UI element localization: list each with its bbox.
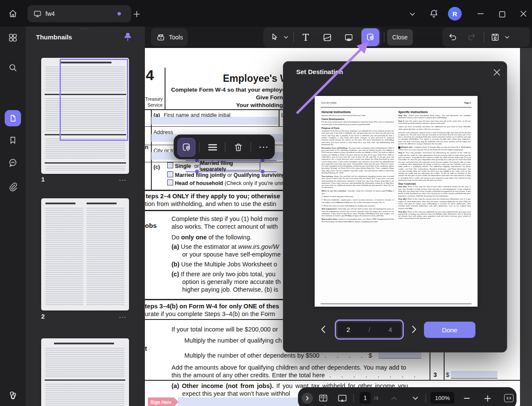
- dialog-title: Set Destination: [296, 68, 343, 75]
- body-text: this the amount of any other credits. En…: [171, 372, 415, 379]
- sidebar-item-apps[interactable]: [8, 33, 18, 43]
- thumbnail-page-1[interactable]: [41, 58, 129, 174]
- minimize-button[interactable]: [475, 9, 486, 18]
- sidebar-item-attachments[interactable]: [8, 182, 18, 192]
- note-text: tion from withholding, and when to use t…: [145, 200, 276, 207]
- window-menu-button[interactable]: [407, 9, 418, 19]
- body-text: (c) If there are only two jobs total, yo…: [171, 271, 276, 278]
- dialog-close-button[interactable]: [492, 67, 502, 78]
- mini-delete-button[interactable]: [230, 139, 247, 156]
- redo-icon: [466, 33, 476, 42]
- checkbox-single[interactable]: [167, 162, 173, 168]
- sidebar-item-search[interactable]: [8, 63, 18, 73]
- treasury-text: e Treasury: [145, 96, 163, 102]
- done-button[interactable]: Done: [424, 322, 475, 338]
- body-text: Add the amounts above for qualifying chi…: [171, 364, 406, 371]
- destination-page-input[interactable]: 2 / 4: [335, 319, 404, 340]
- chevron-down-icon: [505, 35, 510, 39]
- chevron-left-icon: [320, 325, 326, 334]
- presentation-mode-button[interactable]: [336, 392, 348, 404]
- bookmark-icon: [8, 135, 18, 145]
- divider: [145, 126, 293, 127]
- signature-field[interactable]: [178, 397, 299, 406]
- preview-paragraph: !Multiple jobs. Complete Steps 3 through…: [398, 146, 471, 151]
- zoom-level-input[interactable]: 100%: [430, 392, 454, 404]
- zoom-in-button[interactable]: [483, 394, 492, 403]
- mini-more-button[interactable]: ···: [255, 139, 273, 156]
- checkbox-head-of-household[interactable]: [167, 179, 173, 185]
- viewport-indicator[interactable]: [60, 59, 128, 141]
- page-number-input[interactable]: 1: [360, 392, 371, 404]
- thumbnail-1-menu-button[interactable]: ···: [119, 177, 127, 183]
- preview-page-label: Page 2: [464, 102, 471, 104]
- thumbnail-page-3[interactable]: [41, 338, 129, 406]
- expand-bar-button[interactable]: [302, 393, 313, 404]
- presentation-icon: [337, 393, 348, 404]
- panel-drag-handle[interactable]: ···: [26, 27, 145, 32]
- form-subtitle: Your withholding: [197, 102, 283, 108]
- body-text: option is generally more accurate th: [182, 278, 281, 285]
- previous-page-button[interactable]: [320, 325, 326, 334]
- save-dropdown[interactable]: [503, 33, 511, 42]
- image-tool-button[interactable]: [319, 29, 335, 45]
- note-text: teps 2–4 ONLY if they apply to you; othe…: [146, 193, 280, 200]
- sidebar-item-bookmarks[interactable]: [8, 135, 18, 145]
- done-label: Done: [442, 326, 457, 334]
- destination-selection-box[interactable]: Married filing separately: [200, 162, 260, 170]
- divider: [444, 350, 445, 380]
- notifications-button[interactable]: [428, 8, 440, 20]
- form-subtitle: Give Forn: [197, 94, 283, 101]
- preview-paragraph: Exemption from withholding. You may clai…: [322, 147, 394, 174]
- sidebar-item-comments[interactable]: [8, 158, 18, 168]
- document-tab[interactable]: fw4: [27, 5, 131, 22]
- select-tool-dropdown[interactable]: [282, 33, 290, 42]
- mini-list-button[interactable]: [204, 139, 221, 156]
- text-tool-button[interactable]: T: [298, 29, 314, 45]
- close-window-button[interactable]: [518, 9, 529, 18]
- body-text: Multiply the number of qualifying ch: [184, 337, 282, 344]
- avatar[interactable]: R: [448, 7, 462, 21]
- body-text: If your total income will be $200,000 or: [171, 326, 278, 333]
- next-page-button[interactable]: [411, 394, 420, 403]
- preview-paragraph: Step 3. This step provides instructions …: [398, 152, 471, 181]
- body-text: (b) Use the Multiple Jobs Worksheet o: [171, 261, 277, 268]
- treasury-text: Service: [147, 102, 162, 107]
- thumbnail-page-2[interactable]: [41, 198, 129, 310]
- checkbox-married-jointly[interactable]: [167, 171, 173, 177]
- pin-panel-button[interactable]: [123, 32, 133, 43]
- page-layout-button[interactable]: [317, 392, 329, 404]
- undo-icon: [448, 33, 458, 42]
- link-tool-button[interactable]: [340, 29, 357, 45]
- body-text: Complete this step if you (1) hold more: [171, 215, 278, 222]
- new-tab-button[interactable]: [132, 9, 141, 19]
- thumbnail-2-menu-button[interactable]: ···: [119, 314, 127, 320]
- current-page: 1: [364, 394, 367, 401]
- sidebar-item-thumbnails[interactable]: [5, 110, 21, 126]
- close-icon: [493, 69, 501, 76]
- brand-logo-icon[interactable]: [7, 390, 18, 401]
- tools-button[interactable]: Tools: [151, 28, 188, 46]
- destination-text: Married filing separately: [200, 160, 260, 172]
- save-button[interactable]: [487, 29, 503, 45]
- next-page-button[interactable]: [411, 325, 417, 334]
- maximize-button[interactable]: [496, 10, 508, 18]
- preview-subheading: Future Developments: [322, 118, 394, 120]
- home-button[interactable]: [5, 6, 21, 21]
- preview-subheading: Step 4 (optional).: [398, 182, 471, 185]
- close-tool-button[interactable]: Close: [387, 29, 413, 45]
- tab-label: fw4: [45, 10, 55, 17]
- redo-button[interactable]: [463, 29, 479, 45]
- body-text: (a) Use the estimator at www.irs.gov/W: [171, 243, 279, 250]
- form-field-dependents[interactable]: [379, 352, 421, 358]
- previous-page-button[interactable]: [389, 394, 399, 403]
- zoom-out-button[interactable]: [462, 394, 472, 403]
- form-field-line-3[interactable]: [451, 371, 497, 379]
- actual-size-button[interactable]: 1:1: [504, 394, 514, 402]
- select-tool-button[interactable]: [267, 29, 283, 45]
- mini-destination-button[interactable]: [177, 138, 195, 157]
- scrollbar-gutter[interactable]: [520, 48, 532, 406]
- destination-tool-button[interactable]: [361, 28, 379, 46]
- form-field-first-name[interactable]: [151, 117, 278, 125]
- undo-button[interactable]: [445, 29, 461, 45]
- preview-paragraph: Your privacy. Steps 2(c) and 4(a) ask fo…: [322, 175, 394, 189]
